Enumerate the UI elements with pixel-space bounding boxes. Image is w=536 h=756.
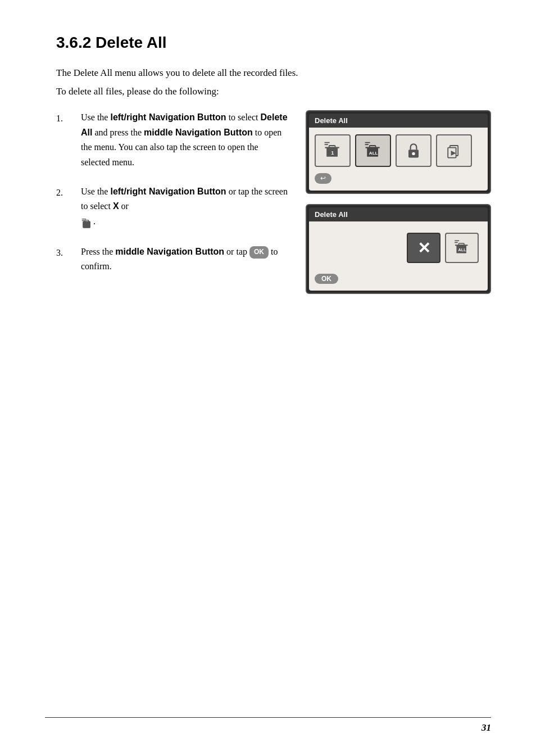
delete-all-svg: ALL — [363, 141, 383, 161]
screen2-inner: Delete All ✕ — [309, 207, 488, 291]
step-2-number: 2. — [56, 184, 72, 230]
step-3-number: 3. — [56, 245, 72, 274]
svg-rect-7 — [329, 146, 335, 148]
screen2-title: Delete All — [309, 207, 488, 221]
section-title: 3.6.2 Delete All — [56, 34, 491, 52]
trash-all-svg — [81, 218, 93, 230]
svg-text:1: 1 — [331, 151, 334, 156]
x-symbol: ✕ — [417, 239, 430, 257]
inline-ok-button: OK — [249, 246, 269, 259]
content-area: 1. Use the left/right Navigation Button … — [56, 110, 491, 294]
footer: 31 — [45, 717, 491, 734]
screen2: Delete All ✕ — [306, 204, 491, 294]
delete-all-icon: ALL — [355, 134, 391, 167]
svg-rect-2 — [83, 221, 90, 228]
steps-list: 1. Use the left/right Navigation Button … — [56, 110, 289, 274]
step-3: 3. Press the middle Navigation Button or… — [56, 245, 289, 274]
page: 3.6.2 Delete All The Delete All menu all… — [0, 0, 536, 756]
step-1-text: Use the left/right Navigation Button to … — [81, 110, 289, 170]
delete-one-icon: 1 — [315, 134, 351, 167]
screen1-icons-row: 1 — [315, 134, 482, 167]
copy-icon — [436, 134, 472, 167]
back-button: ↩ — [315, 173, 331, 184]
svg-rect-24 — [458, 243, 464, 245]
step-2: 2. Use the left/right Navigation Button … — [56, 184, 289, 230]
trash-all-confirm-svg: ALL — [453, 239, 471, 257]
steps-column: 1. Use the left/right Navigation Button … — [56, 110, 289, 294]
step-1: 1. Use the left/right Navigation Button … — [56, 110, 289, 170]
lock-icon — [396, 134, 431, 167]
intro-paragraph-1: The Delete All menu allows you to delete… — [56, 65, 491, 80]
ok-label: OK — [321, 275, 331, 283]
screen2-ok-area: OK — [315, 273, 482, 284]
screen1-title: Delete All — [309, 114, 488, 128]
screen1-body: 1 — [309, 128, 488, 191]
ok-button: OK — [315, 274, 338, 284]
step-1-number: 1. — [56, 110, 72, 170]
back-arrow: ↩ — [320, 174, 326, 183]
intro-paragraph-2: To delete all files, please do the follo… — [56, 84, 491, 99]
svg-point-18 — [412, 152, 415, 155]
screen1-back-area: ↩ — [315, 173, 482, 184]
trash-all-box: ALL — [445, 233, 479, 263]
step-3-text: Press the middle Navigation Button or ta… — [81, 245, 289, 274]
copy-svg — [444, 141, 464, 161]
screen2-body: ✕ ALL — [309, 221, 488, 291]
svg-text:ALL: ALL — [369, 151, 378, 156]
delete-one-svg: 1 — [322, 141, 343, 161]
page-number: 31 — [482, 722, 491, 734]
screen2-icons-row: ✕ ALL — [315, 228, 482, 268]
screen1-inner: Delete All 1 — [309, 114, 488, 191]
svg-rect-4 — [85, 220, 88, 222]
step-2-text: Use the left/right Navigation Button or … — [81, 184, 289, 230]
svg-rect-13 — [370, 146, 376, 148]
screen1: Delete All 1 — [306, 110, 491, 194]
inline-trash-all-icon — [81, 218, 93, 230]
x-icon-box: ✕ — [407, 233, 440, 263]
screenshots-column: Delete All 1 — [306, 110, 491, 294]
lock-svg — [403, 141, 424, 161]
svg-text:ALL: ALL — [458, 248, 467, 253]
